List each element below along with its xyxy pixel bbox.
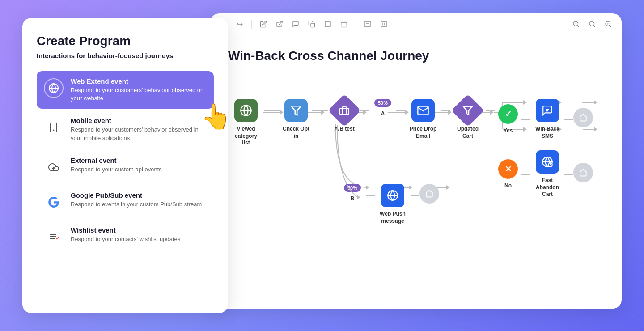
node-fast-abandon[interactable]: Fast Abandon Cart bbox=[530, 150, 564, 198]
journey-canvas[interactable]: Win-Back Cross Channel Journey bbox=[210, 35, 622, 308]
mobile-icon bbox=[44, 118, 64, 137]
svg-line-12 bbox=[577, 25, 579, 27]
google-pubsub-desc: Respond to events in your custom Pub/Sub… bbox=[71, 200, 202, 208]
zoom-in-button[interactable] bbox=[602, 18, 614, 30]
svg-rect-56 bbox=[340, 108, 349, 115]
web-extend-title: Web Extend event bbox=[71, 77, 207, 85]
fit-horizontal-button[interactable] bbox=[361, 18, 374, 30]
web-extend-content: Web Extend event Respond to your custome… bbox=[71, 77, 207, 102]
node-placeholder-b[interactable] bbox=[419, 184, 439, 207]
toolbar-separator-1 bbox=[251, 20, 252, 29]
mobile-title: Mobile event bbox=[71, 117, 207, 124]
node-placeholder-yes[interactable] bbox=[573, 108, 593, 131]
connect-button[interactable] bbox=[273, 18, 286, 30]
zoom-out-button[interactable] bbox=[570, 18, 582, 30]
zoom-controls bbox=[570, 18, 614, 30]
node-ab-test[interactable]: A/B test bbox=[328, 99, 360, 133]
wishlist-content: Wishlist event Respond to your contacts'… bbox=[71, 226, 180, 243]
diamond-updated-cart-icon bbox=[451, 94, 484, 127]
b-branch-flow: 50% B bbox=[321, 184, 439, 225]
split-b-label: B bbox=[351, 195, 355, 203]
win-back-sms-label: Win Back SMS bbox=[532, 126, 563, 140]
yes-branch-row: ✓ Yes bbox=[495, 99, 593, 140]
event-item-external[interactable]: External event Respond to your custom ap… bbox=[37, 150, 214, 183]
event-item-wishlist[interactable]: Wishlist event Respond to your contacts'… bbox=[37, 220, 214, 253]
svg-line-17 bbox=[610, 25, 611, 27]
google-pubsub-content: Google Pub/Sub event Respond to events i… bbox=[71, 191, 202, 208]
right-panel: ↩ ↪ bbox=[210, 13, 622, 309]
panel-subtitle: Interactions for behavior-focused journe… bbox=[37, 51, 214, 60]
event-item-web-extend[interactable]: Web Extend event Respond to your custome… bbox=[37, 71, 214, 109]
google-icon bbox=[44, 192, 64, 212]
svg-point-14 bbox=[589, 21, 594, 26]
event-item-mobile[interactable]: Mobile event Respond to your customers' … bbox=[37, 110, 214, 148]
placeholder-no-circle bbox=[573, 163, 593, 182]
redo-button[interactable]: ↪ bbox=[233, 18, 246, 30]
connector-abandon-placeholder bbox=[564, 165, 573, 184]
connector-3 bbox=[360, 99, 369, 122]
external-desc: Respond to your custom api events bbox=[71, 166, 162, 174]
node-price-drop[interactable]: Price Drop Email bbox=[405, 99, 441, 140]
connector-4 bbox=[396, 99, 405, 122]
toolbar-separator-2 bbox=[356, 20, 356, 29]
node-win-back-sms[interactable]: Win Back SMS bbox=[530, 99, 564, 140]
node-placeholder-no[interactable] bbox=[573, 163, 593, 186]
placeholder-yes-circle bbox=[573, 108, 593, 127]
yes-no-branches: ✓ Yes bbox=[495, 99, 593, 198]
google-pubsub-title: Google Pub/Sub event bbox=[71, 191, 202, 199]
svg-rect-9 bbox=[311, 23, 315, 27]
node-no[interactable]: ✕ No bbox=[495, 159, 521, 190]
main-flow-row: Viewed category list Check Opt in bbox=[228, 99, 593, 198]
globe-node-icon bbox=[234, 99, 258, 122]
node-web-push[interactable]: Web Push message bbox=[375, 184, 411, 225]
mobile-content: Mobile event Respond to your customers' … bbox=[71, 117, 207, 142]
email-icon bbox=[411, 99, 435, 122]
mobile-desc: Respond to your customers' behavior obse… bbox=[71, 126, 207, 142]
delete-button[interactable] bbox=[338, 18, 350, 30]
svg-marker-55 bbox=[291, 106, 301, 115]
no-circle-icon: ✕ bbox=[498, 159, 518, 179]
check-opt-label: Check Opt in bbox=[280, 126, 312, 140]
node-split-b: 50% B bbox=[339, 184, 366, 203]
web-push-label: Web Push message bbox=[377, 211, 408, 225]
svg-line-8 bbox=[279, 21, 282, 25]
no-label: No bbox=[504, 182, 512, 190]
globe-icon bbox=[44, 78, 64, 98]
badge-50b: 50% bbox=[344, 184, 361, 192]
wishlist-title: Wishlist event bbox=[71, 226, 180, 234]
web-push-icon bbox=[381, 184, 404, 207]
fast-abandon-label: Fast Abandon Cart bbox=[532, 177, 563, 198]
main-container: Create Program Interactions for behavior… bbox=[22, 13, 622, 318]
left-panel: Create Program Interactions for behavior… bbox=[22, 18, 228, 313]
node-yes[interactable]: ✓ Yes bbox=[495, 104, 521, 135]
connector-sms-placeholder bbox=[564, 110, 573, 129]
svg-line-15 bbox=[593, 25, 595, 27]
wishlist-icon bbox=[44, 227, 64, 247]
svg-rect-10 bbox=[325, 21, 330, 27]
cloud-icon bbox=[44, 157, 64, 177]
duplicate-button[interactable] bbox=[305, 18, 318, 30]
toolbar: ↩ ↪ bbox=[210, 13, 622, 35]
connector-6 bbox=[486, 99, 495, 122]
diamond-ab-icon bbox=[328, 94, 361, 127]
resize-button[interactable] bbox=[322, 18, 334, 30]
connector-5 bbox=[441, 99, 450, 122]
comment-button[interactable] bbox=[289, 18, 302, 30]
sms-icon bbox=[536, 99, 559, 122]
yes-label: Yes bbox=[504, 127, 513, 135]
node-split-a: 50% A bbox=[369, 99, 396, 118]
journey-title: Win-Back Cross Channel Journey bbox=[228, 49, 604, 63]
zoom-reset-button[interactable] bbox=[586, 18, 598, 30]
event-item-google-pubsub[interactable]: Google Pub/Sub event Respond to events i… bbox=[37, 185, 214, 218]
node-updated-cart[interactable]: Updated Cart bbox=[450, 99, 486, 140]
node-viewed-category[interactable]: Viewed category list bbox=[228, 99, 264, 147]
fit-vertical-button[interactable] bbox=[377, 18, 390, 30]
filter-icon-check-opt bbox=[284, 99, 308, 122]
panel-title: Create Program bbox=[37, 34, 214, 48]
edit-button[interactable] bbox=[257, 18, 270, 30]
connector-b2 bbox=[411, 184, 419, 207]
split-a-label: A bbox=[381, 110, 385, 118]
no-branch-row: ✕ No bbox=[495, 150, 593, 198]
price-drop-label: Price Drop Email bbox=[407, 126, 439, 140]
node-check-opt[interactable]: Check Opt in bbox=[280, 99, 312, 140]
